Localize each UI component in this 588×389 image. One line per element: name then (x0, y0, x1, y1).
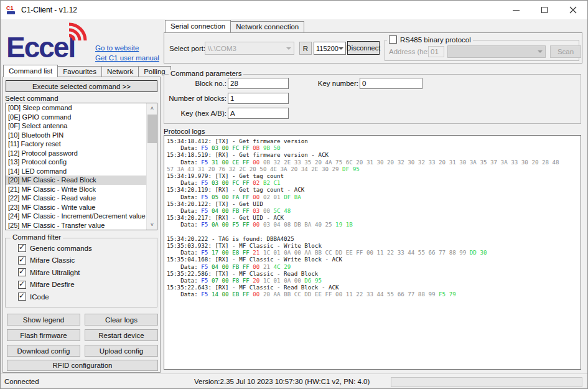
log-line: Data: F5 03 00 FC FF 0B 9B 50 (167, 144, 578, 151)
list-item[interactable]: [11] Factory reset (6, 139, 146, 149)
list-item[interactable]: [14] LED command (6, 167, 146, 176)
list-item[interactable]: [21] MF Classic - Write Block (6, 185, 146, 194)
check-icon: ✓ (19, 267, 25, 276)
filter-option-label: ICode (30, 293, 49, 301)
filter-option[interactable]: ✓Mifare Desfire (18, 281, 75, 289)
checkbox[interactable]: ✓ (18, 244, 26, 252)
log-line: Data: F5 05 00 FA FF 00 02 01 DF BA (167, 194, 578, 200)
clear-logs-button[interactable]: Clear logs (85, 314, 158, 326)
version-text: Version:2.35 Jul 10 2023 10:57:30 (HW:C1… (194, 378, 370, 385)
status-bar: Connected Version:2.35 Jul 10 2023 10:57… (1, 373, 587, 389)
list-item[interactable]: [0E] GPIO command (6, 113, 146, 122)
checkbox[interactable]: ✓ (18, 256, 26, 265)
restart-device-button[interactable]: Restart device (85, 329, 158, 341)
chevron-down-icon (338, 47, 343, 50)
maximize-icon (541, 7, 548, 13)
filter-option-label: Mifare Ultralight (30, 269, 80, 276)
rfid-configuration-button[interactable]: RFID configuration (7, 360, 158, 371)
key-hex-input[interactable] (228, 108, 289, 119)
log-line: Data: F5 04 00 FB FF 00 21 4C 29 (167, 263, 578, 270)
log-line: Data: F5 0A 00 F5 FF 00 03 04 08 DB BA 4… (167, 221, 578, 228)
log-line: Data: F5 03 00 FC FF 02 B2 C1 (167, 179, 578, 186)
list-item[interactable]: [0D] Sleep command (6, 103, 146, 113)
chevron-down-icon (286, 47, 291, 50)
scan-button[interactable]: Scan (550, 45, 581, 58)
filter-option-label: Mifare Classic (30, 256, 75, 264)
connection-status: Connected (4, 378, 39, 385)
log-line: 15:35:22.643: [RX] - MF Classic - Read B… (167, 284, 578, 291)
protocol-logs-textbox[interactable]: 15:34:18.412: [TX] - Get firmware versio… (164, 135, 581, 370)
filter-option-label: Mifare Desfire (30, 281, 75, 288)
check-icon: ✓ (19, 243, 25, 251)
port-value: \\.\COM3 (208, 45, 236, 52)
number-of-blocks-label: Number of blocks: (156, 95, 226, 102)
minimize-button[interactable] (502, 1, 530, 19)
tab-serial-connection[interactable]: Serial connection (165, 20, 231, 32)
key-number-input[interactable] (360, 78, 422, 89)
log-line (167, 228, 578, 235)
command-list-scrollbar[interactable]: ˄ ˅ (146, 103, 157, 230)
tab-favourites[interactable]: Favourites (57, 66, 102, 77)
list-item[interactable]: [12] Protocol password (6, 149, 146, 158)
check-icon: ✓ (19, 279, 25, 288)
log-line: Data: F5 07 00 F8 FF 20 1C 01 0A 00 D6 9… (167, 277, 578, 284)
log-line: 15:35:22.586: [TX] - MF Classic - Read B… (167, 270, 578, 277)
list-item[interactable]: [24] MF Classic - Increment/Decrement va… (6, 212, 146, 221)
filter-option[interactable]: ✓Mifare Classic (18, 256, 75, 265)
list-item[interactable]: [0F] Select antenna (6, 121, 146, 131)
checkbox[interactable]: ✓ (18, 293, 26, 301)
number-of-blocks-input[interactable] (228, 93, 289, 104)
connection-tab-strip: Serial connection Network connection (165, 21, 304, 32)
scrollbar-thumb[interactable] (147, 115, 157, 143)
rs485-device-combobox[interactable] (447, 45, 546, 58)
filter-option-label: Generic commands (30, 245, 92, 252)
rs485-label: RS485 binary protocol (400, 36, 471, 44)
refresh-ports-button[interactable]: R (299, 42, 312, 55)
show-legend-button[interactable]: Show legend (7, 314, 80, 326)
website-link[interactable]: Go to website (95, 44, 139, 52)
disconnect-button[interactable]: Disconnect (347, 41, 380, 55)
app-icon: C1 (6, 5, 17, 15)
tab-network[interactable]: Network (101, 66, 139, 77)
chevron-up-icon: ˄ (151, 106, 154, 111)
baud-rate-combobox[interactable]: 115200 (314, 42, 346, 55)
close-button[interactable] (559, 1, 587, 19)
address-hex-input[interactable] (428, 46, 444, 57)
log-line: Data: F5 04 00 FB FF 03 00 5C 48 (167, 207, 578, 214)
baud-rate-value: 115200 (316, 45, 338, 52)
scroll-down-button[interactable]: ˅ (147, 220, 157, 230)
tab-command-list[interactable]: Command list (3, 65, 58, 77)
user-manual-link[interactable]: Get C1 user manual (95, 54, 159, 62)
rs485-checkbox[interactable] (389, 35, 397, 44)
status-progress-bar (391, 377, 582, 387)
log-line: 15:34:19.979: [TX] - Get tag count (167, 172, 578, 179)
tab-network-connection[interactable]: Network connection (230, 21, 304, 32)
command-listbox[interactable]: [0D] Sleep command[0E] GPIO command[0F] … (5, 103, 157, 230)
log-line: 15:35:04.168: [RX] - MF Classic - Write … (167, 256, 578, 263)
protocol-logs-label: Protocol logs (164, 128, 205, 135)
list-item[interactable]: [25] MF Classic - Transfer value (6, 221, 146, 230)
list-item[interactable]: [13] Protocol config (6, 157, 146, 167)
filter-option[interactable]: ✓Mifare Ultralight (18, 268, 80, 276)
list-item[interactable]: [23] MF Classic - Write value (6, 203, 146, 212)
list-item[interactable]: [10] Bluetooth PIN (6, 131, 146, 140)
download-config-button[interactable]: Download config (7, 345, 80, 357)
log-line: Data: F5 31 00 CE FF 00 0B 32 2E 33 35 2… (167, 159, 578, 166)
rs485-checkbox-row[interactable]: RS485 binary protocol (387, 35, 473, 44)
list-item[interactable]: [22] MF Classic - Read value (6, 194, 146, 203)
block-no-label: Block no.: (156, 80, 226, 87)
upload-config-button[interactable]: Upload config (85, 345, 158, 357)
checkbox[interactable]: ✓ (18, 268, 26, 276)
filter-option[interactable]: ✓Generic commands (18, 244, 92, 252)
flash-firmware-button[interactable]: Flash firmware (7, 329, 80, 341)
checkbox[interactable]: ✓ (18, 281, 26, 289)
execute-command-button[interactable]: Execute selected command >> (6, 80, 157, 92)
title-bar: C1 C1-Client - v1.12 (1, 1, 587, 19)
list-item[interactable]: [20] MF Classic - Read Block (6, 176, 146, 185)
maximize-button[interactable] (530, 1, 559, 19)
block-no-input[interactable] (228, 78, 289, 89)
port-combobox[interactable]: \\.\COM3 (205, 42, 294, 55)
left-tab-strip: Command list Favourites Network Polling (3, 66, 170, 77)
filter-option[interactable]: ✓ICode (18, 293, 49, 301)
logo-signal-arcs-icon (67, 19, 91, 44)
